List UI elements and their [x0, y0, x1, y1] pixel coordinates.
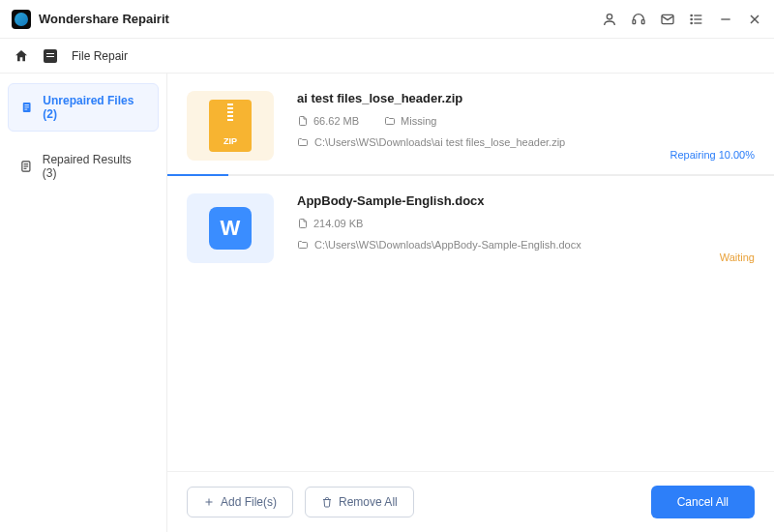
svg-point-8	[691, 18, 692, 19]
word-icon: W	[209, 207, 252, 250]
svg-rect-14	[24, 104, 28, 105]
add-file-button[interactable]: Add File(s)	[187, 487, 293, 517]
file-thumb-zip: ZIP	[187, 91, 274, 161]
close-icon[interactable]	[747, 12, 762, 27]
plus-icon	[203, 496, 215, 508]
folder-icon	[297, 136, 309, 148]
file-card: ZIP ai test files_lose_header.zip 66.62 …	[167, 74, 774, 174]
doc-icon	[20, 101, 33, 114]
mail-icon[interactable]	[660, 12, 675, 27]
svg-point-0	[607, 14, 611, 18]
sidebar-item-label: Unrepaired Files (2)	[43, 94, 146, 121]
sidebar: Unrepaired Files (2) Repaired Results (3…	[0, 74, 166, 532]
file-list: ZIP ai test files_lose_header.zip 66.62 …	[167, 74, 774, 471]
svg-rect-16	[24, 109, 27, 110]
svg-point-9	[691, 22, 692, 23]
footer: Add File(s) Remove All Cancel All	[167, 471, 774, 532]
svg-point-7	[691, 15, 692, 15]
doc-icon	[19, 160, 33, 173]
file-path: C:\Users\WS\Downloads\AppBody-Sample-Eng…	[297, 239, 755, 251]
app-title: Wondershare Repairit	[39, 12, 169, 26]
remove-all-button[interactable]: Remove All	[305, 487, 414, 517]
sidebar-item-repaired[interactable]: Repaired Results (3)	[8, 143, 159, 190]
trash-icon	[321, 496, 333, 508]
content-area: ZIP ai test files_lose_header.zip 66.62 …	[166, 74, 774, 532]
user-icon[interactable]	[602, 12, 617, 27]
breadcrumb: File Repair	[0, 39, 774, 74]
headset-icon[interactable]	[631, 12, 646, 27]
folder-icon	[384, 115, 396, 127]
app-logo	[12, 10, 31, 29]
file-name: AppBody-Sample-English.docx	[297, 193, 755, 208]
minimize-icon[interactable]	[718, 12, 733, 27]
file-size: 214.09 KB	[297, 218, 363, 229]
home-icon[interactable]	[14, 48, 29, 64]
sidebar-item-label: Repaired Results (3)	[43, 153, 147, 180]
menu-icon[interactable]	[689, 12, 704, 27]
cancel-all-button[interactable]: Cancel All	[651, 486, 755, 518]
breadcrumb-label: File Repair	[72, 49, 128, 63]
zip-icon: ZIP	[209, 100, 252, 152]
file-size: 66.62 MB	[297, 115, 359, 127]
file-thumb-docx: W	[187, 193, 274, 263]
file-missing: Missing	[384, 115, 436, 127]
svg-rect-1	[633, 19, 636, 23]
sidebar-item-unrepaired[interactable]: Unrepaired Files (2)	[8, 83, 159, 132]
titlebar: Wondershare Repairit	[0, 0, 774, 39]
file-status: Repairing 10.00%	[670, 149, 755, 161]
page-icon	[297, 115, 309, 127]
page-icon	[297, 218, 309, 229]
file-path: C:\Users\WS\Downloads\ai test files_lose…	[297, 136, 755, 148]
file-name: ai test files_lose_header.zip	[297, 91, 755, 105]
svg-rect-15	[24, 106, 28, 107]
file-status: Waiting	[720, 251, 755, 263]
svg-rect-2	[641, 19, 644, 23]
file-card: W AppBody-Sample-English.docx 214.09 KB …	[167, 176, 774, 277]
file-repair-doc-icon	[43, 48, 58, 64]
folder-icon	[297, 239, 309, 251]
